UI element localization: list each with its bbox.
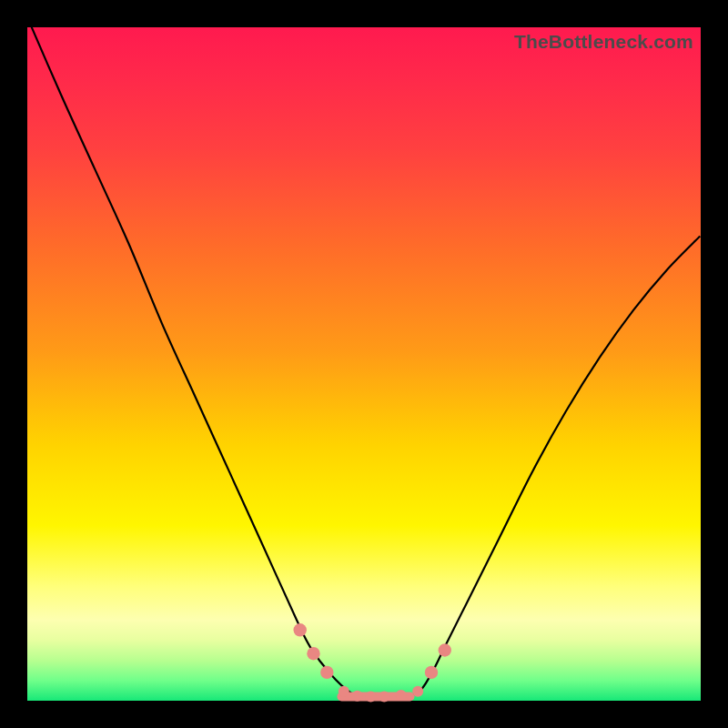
curve-marker [365, 692, 376, 703]
curve-marker [320, 666, 333, 679]
curve-marker [439, 643, 451, 656]
curve-marker [307, 647, 319, 660]
chart-frame: TheBottleneck.com [0, 0, 728, 728]
chart-plot-area: TheBottleneck.com [27, 27, 701, 701]
curve-marker [412, 686, 423, 697]
bottleneck-curve [27, 27, 701, 701]
curve-marker [379, 692, 389, 703]
curve-marker [339, 686, 349, 697]
curve-marker [396, 690, 407, 701]
curve-markers [294, 623, 451, 702]
curve-path [27, 17, 700, 698]
curve-marker [425, 666, 438, 679]
curve-marker [352, 691, 363, 702]
curve-marker [294, 623, 307, 636]
